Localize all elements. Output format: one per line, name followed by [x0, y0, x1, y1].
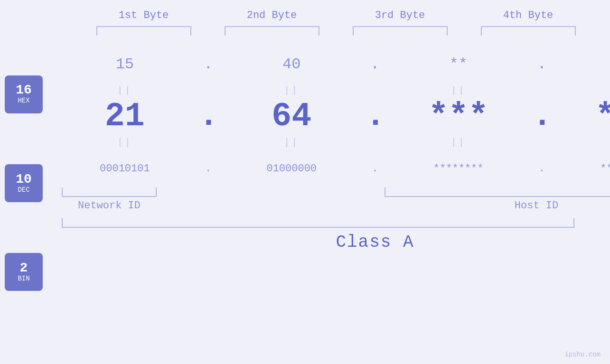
bottom-area: Network ID Host ID Class A [47, 187, 610, 252]
class-label: Class A [62, 233, 610, 252]
bin-b1: 00010101 [73, 163, 177, 175]
bin-value-row: 00010101 . 01000000 . ******** . [47, 149, 610, 187]
eq1-b1: || [73, 85, 177, 96]
bracket-byte-4 [481, 26, 576, 36]
bracket-byte-2 [225, 26, 319, 36]
byte-1-header: 1st Byte [87, 9, 201, 21]
main-container: 1st Byte 2nd Byte 3rd Byte 4th Byte 16 H… [0, 0, 610, 364]
dec-b2: 64 [239, 98, 344, 135]
lower-bracket-row [62, 187, 610, 197]
dec-value-row: 21 . 64 . *** . *** [47, 97, 610, 135]
top-bracket-row [80, 26, 592, 36]
hex-number: 16 [16, 84, 32, 97]
bin-name: BIN [18, 275, 29, 283]
dec-name: DEC [18, 186, 29, 194]
hex-value-row: 15 . 40 . ** . ** [47, 45, 610, 83]
hex-dot-1: . [199, 56, 218, 73]
bin-dot-2: . [366, 163, 385, 175]
dec-b1: 21 [73, 98, 177, 135]
hex-badge: 16 HEX [5, 75, 43, 113]
dec-number: 10 [16, 173, 32, 186]
network-id-bracket [62, 187, 157, 197]
hex-dot-2: . [366, 56, 385, 73]
hex-b1: 15 [73, 56, 177, 73]
host-id-bracket [385, 187, 610, 197]
bin-b4: ******** [573, 163, 610, 175]
eq1-b2: || [239, 85, 344, 96]
bracket-byte-3 [353, 26, 448, 36]
bin-b2: 01000000 [239, 163, 344, 175]
bin-dot-1: . [199, 163, 218, 175]
eq2-b1: || [73, 137, 177, 148]
bin-dot-3: . [532, 163, 551, 175]
eq1-b3: || [406, 85, 511, 96]
bracket-byte-1 [96, 26, 191, 36]
eq2-b3: || [406, 137, 511, 148]
id-labels-row: Network ID Host ID [62, 200, 610, 212]
hex-b4: ** [573, 56, 610, 73]
byte-2-header: 2nd Byte [215, 9, 329, 21]
hex-b3: ** [406, 56, 511, 73]
main-grid: 16 HEX 10 DEC 2 BIN 15 . [0, 45, 610, 364]
eq2-b4: || [573, 137, 610, 148]
dec-b3: *** [406, 98, 511, 135]
network-id-label: Network ID [62, 200, 157, 212]
eq1-b4: || [573, 85, 610, 96]
values-area: 15 . 40 . ** . ** [47, 45, 610, 364]
byte-3-header: 3rd Byte [343, 9, 457, 21]
hex-dot-3: . [532, 56, 551, 73]
outer-bracket [62, 218, 574, 228]
hex-b2: 40 [239, 56, 344, 73]
dec-dot-3: . [532, 100, 551, 133]
dec-dot-2: . [366, 100, 385, 133]
bin-b3: ******** [406, 163, 511, 175]
byte-4-header: 4th Byte [471, 9, 585, 21]
bin-number: 2 [20, 261, 28, 275]
base-labels-column: 16 HEX 10 DEC 2 BIN [0, 45, 47, 364]
equals-row-2: || || || || [47, 135, 610, 149]
watermark: ipshu.com [564, 351, 601, 358]
dec-b4: *** [573, 98, 610, 135]
byte-headers-row: 1st Byte 2nd Byte 3rd Byte 4th Byte [80, 9, 592, 21]
hex-name: HEX [18, 97, 29, 105]
dec-badge: 10 DEC [5, 164, 43, 202]
bin-badge: 2 BIN [5, 253, 43, 291]
eq2-b2: || [239, 137, 344, 148]
dec-dot-1: . [199, 100, 218, 133]
equals-row-1: || || || || [47, 83, 610, 97]
host-id-label: Host ID [385, 200, 610, 212]
